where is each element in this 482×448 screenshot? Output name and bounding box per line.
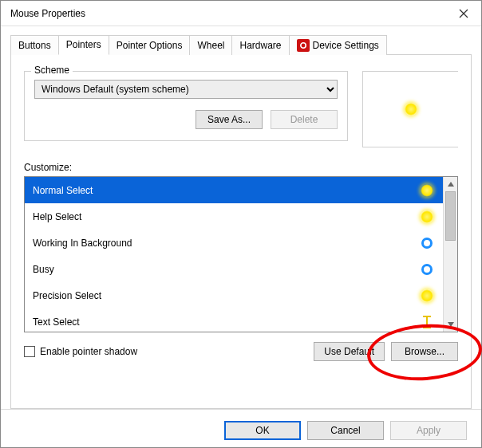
scheme-select[interactable]: Windows Default (system scheme): [34, 80, 338, 99]
tab-strip: Buttons Pointers Pointer Options Wheel H…: [10, 34, 472, 54]
use-default-button[interactable]: Use Default: [314, 342, 385, 361]
cancel-button[interactable]: Cancel: [307, 421, 384, 440]
cursor-preview: [362, 71, 458, 147]
cursor-icon: [419, 288, 435, 304]
save-as-button[interactable]: Save As...: [196, 110, 263, 129]
yellow-dot-icon: [421, 289, 433, 302]
list-item-label: Precision Select: [33, 290, 101, 301]
close-icon: [459, 9, 468, 18]
yellow-dot-icon: [421, 184, 433, 197]
scheme-group-label: Scheme: [31, 65, 73, 76]
tab-pointers[interactable]: Pointers: [58, 35, 109, 55]
window-title: Mouse Properties: [10, 8, 85, 19]
tab-device-settings[interactable]: Device Settings: [289, 35, 387, 55]
delete-button: Delete: [271, 110, 338, 129]
customize-label: Customize:: [24, 162, 458, 173]
enable-shadow-checkbox[interactable]: Enable pointer shadow: [24, 346, 137, 357]
scroll-track[interactable]: [444, 241, 457, 317]
list-item[interactable]: Help Select: [25, 203, 443, 230]
list-item-label: Normal Select: [33, 185, 93, 196]
blue-ring-icon: [421, 238, 433, 249]
tab-hardware[interactable]: Hardware: [231, 35, 289, 55]
scroll-down-icon[interactable]: [444, 317, 457, 332]
mouse-properties-dialog: Mouse Properties Buttons Pointers Pointe…: [0, 0, 482, 448]
scrollbar[interactable]: [443, 177, 457, 332]
tab-wheel[interactable]: Wheel: [189, 35, 232, 55]
tab-buttons[interactable]: Buttons: [10, 35, 59, 55]
checkbox-icon: [24, 346, 35, 357]
cursor-icon: [419, 209, 435, 225]
cursor-icon: [419, 261, 435, 277]
ok-button[interactable]: OK: [224, 421, 301, 440]
synaptics-icon: [297, 39, 310, 52]
scroll-up-icon[interactable]: [444, 177, 457, 191]
scroll-thumb[interactable]: [445, 191, 456, 241]
cursor-list: Normal SelectHelp SelectWorking In Backg…: [24, 176, 458, 332]
tab-pointer-options[interactable]: Pointer Options: [109, 35, 191, 55]
cursor-icon: [419, 235, 435, 251]
svg-point-2: [300, 43, 305, 48]
list-item-label: Working In Background: [33, 238, 132, 249]
pointers-panel: Scheme Windows Default (system scheme) S…: [10, 54, 472, 409]
list-item-label: Text Select: [33, 316, 80, 328]
list-item[interactable]: Normal Select: [25, 177, 443, 203]
list-item[interactable]: Precision Select: [25, 282, 443, 308]
list-item-label: Help Select: [33, 211, 81, 222]
dialog-button-row: OK Cancel Apply: [1, 409, 481, 448]
apply-button: Apply: [390, 421, 467, 440]
cursor-icon: [419, 314, 435, 330]
scheme-group: Scheme Windows Default (system scheme) S…: [24, 71, 348, 141]
list-item-label: Busy: [33, 264, 54, 275]
yellow-dot-icon: [421, 210, 433, 223]
list-item[interactable]: Working In Background: [25, 230, 443, 256]
browse-button[interactable]: Browse...: [391, 342, 458, 361]
ibeam-icon: [423, 316, 431, 328]
list-item[interactable]: Text Select: [25, 308, 443, 332]
blue-ring-icon: [421, 264, 433, 275]
preview-cursor-icon: [405, 103, 417, 116]
cursor-icon: [419, 183, 435, 198]
titlebar: Mouse Properties: [1, 1, 481, 26]
enable-shadow-label: Enable pointer shadow: [40, 346, 137, 357]
close-button[interactable]: [446, 1, 481, 26]
list-item[interactable]: Busy: [25, 256, 443, 282]
